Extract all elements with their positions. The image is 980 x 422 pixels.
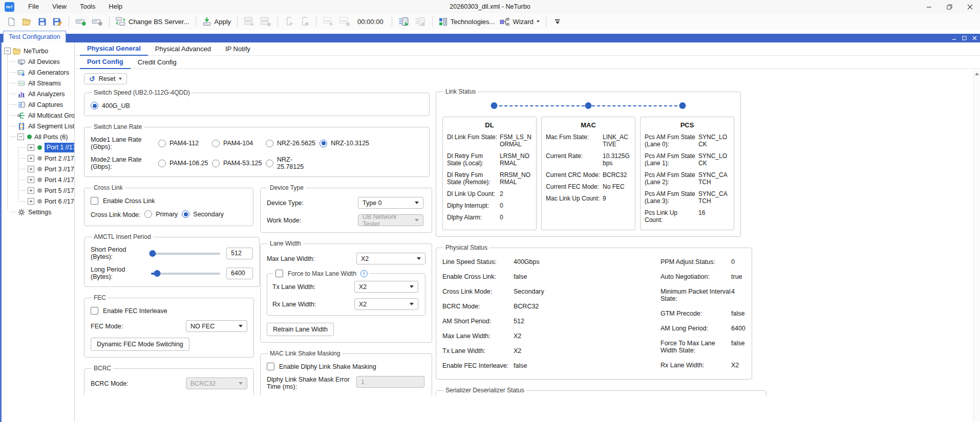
scroll-up-icon[interactable]	[975, 73, 979, 75]
enable-fec-interleave-checkbox[interactable]	[91, 307, 98, 315]
document-minimize-icon[interactable]	[952, 36, 956, 40]
short-period-input[interactable]	[226, 248, 253, 259]
tree-item-all-analyzers[interactable]: All Analyzers	[2, 88, 74, 99]
expander-minus-icon[interactable]: −	[4, 48, 11, 54]
start-stream-button[interactable]: 0110	[321, 15, 336, 28]
radio-nrz-26-5625[interactable]: NRZ-26.5625	[266, 140, 318, 147]
expander-plus-icon[interactable]: +	[28, 144, 34, 151]
tree-item-neturbo[interactable]: −NeTurbo	[2, 46, 74, 56]
new-file-button[interactable]	[4, 15, 18, 28]
slider-handle[interactable]	[149, 250, 156, 257]
start-capture-button[interactable]	[282, 15, 296, 28]
menu-help[interactable]: Help	[102, 0, 129, 13]
tree-item-all-devices[interactable]: All Devices	[2, 56, 74, 67]
tree-item-all-ports-6[interactable]: −All Ports (6)	[2, 131, 74, 142]
tree-item-port-6-172-16[interactable]: +Port 6 //172.16	[2, 196, 74, 207]
document-maximize-icon[interactable]	[962, 36, 967, 40]
radio-pam4-104[interactable]: PAM4-104	[212, 140, 264, 147]
test-configuration-tab[interactable]: Test Configuration	[3, 31, 66, 42]
minimize-button[interactable]	[919, 0, 939, 13]
stop-test-button[interactable]	[258, 15, 273, 28]
info-icon[interactable]: i	[360, 270, 368, 277]
radio-nrz-25-78125[interactable]: NRZ-25.78125	[266, 156, 318, 170]
start-stream-icon: 0110	[323, 17, 334, 26]
apply-button[interactable]: Apply	[200, 15, 233, 28]
menu-view[interactable]: View	[46, 0, 73, 13]
radio-400g-ub[interactable]: 400G_UB	[91, 102, 130, 109]
tab-ip-notify[interactable]: IP Notify	[218, 43, 258, 55]
start-test-button[interactable]	[242, 15, 257, 28]
tree-item-all-generators[interactable]: 0113All Generators	[2, 67, 74, 78]
enable-dlphy-masking-checkbox[interactable]	[267, 363, 274, 370]
wizard-button[interactable]: Wizard	[498, 15, 541, 28]
tree-guide	[20, 201, 27, 202]
dynamic-fec-mode-switching-button[interactable]: Dynamic FEC Mode Switching	[91, 338, 189, 351]
restore-button[interactable]	[939, 0, 960, 13]
slider-handle[interactable]	[154, 270, 161, 277]
fec-fieldset: FEC Enable FEC Interleave FEC Mode: NO F…	[84, 294, 254, 358]
stop-record-button[interactable]	[413, 15, 428, 28]
status-row: Pcs Link Up Count:16	[645, 209, 730, 224]
open-file-button[interactable]	[19, 15, 34, 28]
tree-item-all-multicast-grou[interactable]: All Multicast Grou	[2, 110, 74, 121]
menu-tools[interactable]: Tools	[73, 0, 102, 13]
short-period-slider[interactable]	[151, 250, 220, 257]
fec-mode-select[interactable]: NO FEC	[186, 320, 247, 332]
status-label: Dlphy Alarm:	[447, 214, 498, 221]
status-value: X2	[514, 332, 521, 340]
radio-pam4-53-125[interactable]: PAM4-53.125	[212, 160, 264, 167]
tree-item-all-segment-lists[interactable]: All Segment Lists	[2, 121, 74, 131]
stop-stream-button[interactable]: 0110	[337, 15, 352, 28]
tree-guide	[10, 137, 16, 137]
expander-minus-icon[interactable]: −	[17, 134, 24, 140]
tab-credit-config[interactable]: Credit Config	[131, 56, 184, 69]
start-record-button[interactable]	[396, 15, 412, 28]
tree-item-port-1-172-16[interactable]: +Port 1 //172.16	[2, 142, 74, 153]
tree-item-port-3-172-16[interactable]: +Port 3 //172.16	[2, 164, 74, 174]
tab-port-config[interactable]: Port Config	[80, 56, 131, 69]
document-close-icon[interactable]	[972, 36, 977, 40]
expander-plus-icon[interactable]: +	[28, 176, 34, 183]
tree-item-port-2-172-16[interactable]: +Port 2 //172.16	[2, 153, 74, 164]
toolbar-overflow-button[interactable]	[550, 15, 565, 28]
disconnect-device-button[interactable]	[90, 15, 105, 28]
tree-item-all-captures[interactable]: All Captures	[2, 99, 74, 110]
expander-plus-icon[interactable]: +	[28, 198, 34, 205]
expander-plus-icon[interactable]: +	[28, 155, 34, 162]
tab-physical-advanced[interactable]: Physical Advanced	[148, 43, 218, 55]
long-period-input[interactable]	[226, 268, 253, 279]
tab-physical-general[interactable]: Physical General	[80, 42, 148, 56]
radio-pam4-106-25[interactable]: PAM4-106.25	[158, 160, 210, 167]
status-value: SYNC_LOCK	[697, 134, 730, 148]
tree-item-all-streams[interactable]: 0110All Streams	[2, 78, 74, 88]
long-period-slider[interactable]	[151, 270, 220, 277]
max-lane-width-select[interactable]: X2	[356, 253, 425, 264]
tree-item-port-4-172-16[interactable]: +Port 4 //172.16	[2, 174, 74, 185]
device-type-select[interactable]: Type 0	[358, 197, 423, 209]
tx-lane-width-select[interactable]: X2	[354, 281, 418, 293]
status-row: Dl Retry Fsm State (Local):LRSM_NORMAL	[447, 152, 532, 167]
connect-device-button[interactable]	[73, 15, 89, 28]
rx-lane-width-select[interactable]: X2	[354, 298, 418, 310]
technologies-button[interactable]: Technologies...	[437, 15, 497, 28]
close-button[interactable]	[960, 0, 980, 13]
expander-plus-icon[interactable]: +	[28, 166, 34, 172]
radio-pam4-112[interactable]: PAM4-112	[158, 140, 210, 147]
save-button[interactable]	[35, 15, 49, 28]
enable-cross-link-checkbox[interactable]	[91, 197, 98, 205]
tree-item-settings[interactable]: Settings	[2, 207, 74, 217]
tree-guide	[10, 126, 16, 126]
menu-file[interactable]: File	[22, 0, 46, 13]
stop-capture-button[interactable]	[297, 15, 312, 28]
radio-secondary[interactable]: Secondary	[182, 210, 224, 218]
retrain-lane-width-button[interactable]: Retrain Lane Width	[267, 323, 334, 336]
force-max-lane-width-checkbox[interactable]	[275, 270, 283, 277]
vertical-scrollbar[interactable]	[973, 70, 980, 422]
radio-nrz-10-3125[interactable]: NRZ-10.3125	[319, 140, 372, 147]
tree-item-port-5-172-16[interactable]: +Port 5 //172.16	[2, 185, 74, 196]
expander-plus-icon[interactable]: +	[28, 187, 34, 194]
radio-primary[interactable]: Primary	[144, 210, 178, 218]
save-as-button[interactable]	[50, 15, 65, 28]
reset-button[interactable]: ↺ Reset	[84, 73, 127, 84]
change-bs-server-button[interactable]: Change BS Server...	[114, 15, 191, 28]
